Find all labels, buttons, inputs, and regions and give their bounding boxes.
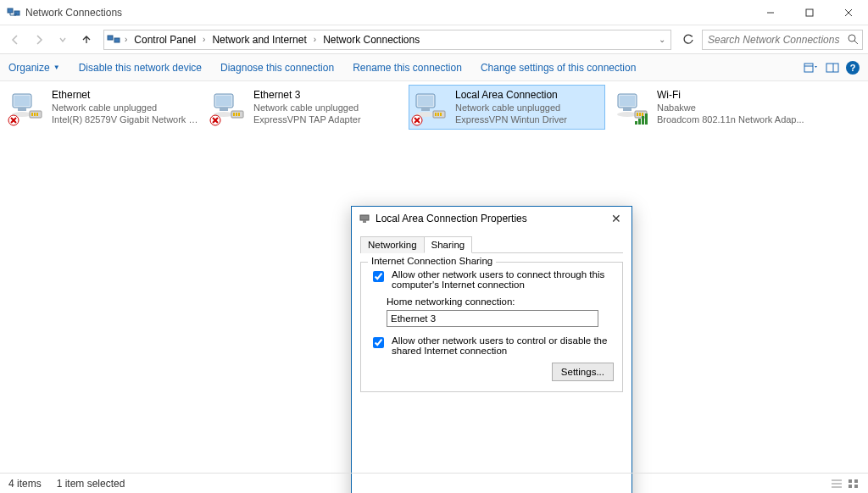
help-icon[interactable]: ?: [846, 61, 860, 75]
window-maximize-button[interactable]: [790, 0, 829, 25]
chevron-right-icon[interactable]: ›: [201, 35, 207, 44]
svg-rect-16: [18, 108, 26, 111]
svg-rect-12: [826, 64, 838, 72]
search-input[interactable]: [706, 33, 848, 47]
allow-connect-label: Allow other network users to connect thr…: [392, 269, 614, 290]
connection-device: ExpressVPN Wintun Driver: [455, 114, 567, 125]
internet-connection-sharing-group: Internet Connection Sharing Allow other …: [360, 262, 623, 392]
connection-device: Intel(R) 82579V Gigabit Network C...: [52, 114, 203, 125]
connection-name: Ethernet: [52, 89, 203, 102]
svg-rect-1: [14, 11, 19, 15]
allow-connect-checkbox[interactable]: [373, 271, 384, 282]
svg-rect-10: [804, 64, 813, 72]
breadcrumb-item[interactable]: Control Panel: [131, 32, 199, 47]
address-breadcrumb[interactable]: › Control Panel › Network and Internet ›…: [103, 30, 671, 50]
svg-rect-62: [849, 485, 852, 488]
svg-rect-56: [363, 220, 366, 223]
window-title: Network Connections: [25, 7, 751, 19]
svg-rect-42: [437, 113, 439, 116]
svg-rect-0: [8, 8, 13, 13]
svg-line-9: [854, 41, 858, 44]
up-button[interactable]: [76, 30, 97, 50]
breadcrumb-item[interactable]: Network Connections: [320, 32, 423, 47]
svg-rect-27: [220, 108, 228, 111]
allow-control-checkbox[interactable]: [373, 337, 384, 348]
svg-rect-60: [849, 479, 852, 483]
adapter-icon: [615, 89, 650, 125]
svg-rect-19: [31, 113, 33, 116]
back-button[interactable]: [5, 30, 25, 50]
connection-item[interactable]: EthernetNetwork cable unpluggedIntel(R) …: [5, 85, 202, 130]
preview-pane-button[interactable]: [826, 62, 839, 74]
connection-status: Network cable unplugged: [455, 102, 567, 114]
allow-connect-checkbox-row[interactable]: Allow other network users to connect thr…: [370, 269, 614, 290]
dialog-close-button[interactable]: ✕: [608, 210, 625, 227]
svg-rect-6: [108, 36, 113, 40]
wifi-signal-icon: [635, 114, 648, 125]
settings-button[interactable]: Settings...: [552, 363, 614, 381]
organize-menu[interactable]: Organize▼: [8, 62, 60, 74]
navigation-bar: › Control Panel › Network and Internet ›…: [0, 25, 868, 54]
refresh-button[interactable]: [678, 30, 698, 50]
svg-rect-20: [34, 113, 36, 116]
svg-rect-41: [435, 113, 437, 116]
svg-rect-43: [440, 113, 442, 116]
window-titlebar: Network Connections: [0, 0, 868, 25]
svg-rect-32: [238, 113, 240, 116]
home-networking-label: Home networking connection:: [387, 296, 614, 307]
connection-item[interactable]: Ethernet 3Network cable unpluggedExpress…: [207, 85, 403, 130]
adapter-icon: [211, 89, 247, 125]
window-minimize-button[interactable]: [751, 0, 790, 25]
adapter-icon: [413, 89, 448, 125]
rename-command[interactable]: Rename this connection: [353, 62, 462, 74]
change-settings-command[interactable]: Change settings of this connection: [481, 62, 636, 74]
svg-rect-55: [360, 215, 369, 220]
svg-rect-63: [854, 485, 858, 488]
search-icon[interactable]: [848, 34, 859, 45]
svg-rect-37: [418, 96, 433, 106]
unplugged-x-icon: [411, 114, 423, 126]
breadcrumb-item[interactable]: Network and Internet: [209, 32, 309, 47]
dialog-title: Local Area Connection Properties: [376, 213, 603, 224]
large-icons-view-icon[interactable]: [848, 479, 860, 489]
command-bar: Organize▼ Disable this network device Di…: [0, 54, 868, 81]
recent-locations-dropdown[interactable]: [53, 30, 73, 50]
svg-rect-61: [854, 479, 858, 483]
allow-control-label: Allow other network users to control or …: [392, 335, 614, 356]
connection-item[interactable]: Wi-FiNabakweBroadcom 802.11n Network Ada…: [610, 85, 807, 130]
tab-networking[interactable]: Networking: [360, 236, 425, 253]
connection-name: Ethernet 3: [253, 89, 361, 102]
svg-rect-7: [114, 38, 120, 42]
connection-status: Network cable unplugged: [52, 102, 203, 114]
svg-rect-21: [36, 113, 38, 116]
disable-device-command[interactable]: Disable this network device: [79, 62, 202, 74]
connection-device: Broadcom 802.11n Network Adap...: [657, 114, 804, 125]
svg-rect-38: [421, 108, 430, 111]
search-box[interactable]: [702, 30, 863, 50]
chevron-right-icon[interactable]: ›: [312, 35, 318, 44]
chevron-down-icon[interactable]: ⌄: [655, 35, 669, 44]
home-networking-combobox[interactable]: Ethernet 3: [387, 310, 598, 327]
dialog-titlebar: Local Area Connection Properties ✕: [352, 207, 632, 230]
connection-device: ExpressVPN TAP Adapter: [253, 114, 361, 125]
view-options-button[interactable]: [804, 62, 819, 74]
details-view-icon[interactable]: [831, 479, 843, 489]
allow-control-checkbox-row[interactable]: Allow other network users to control or …: [370, 335, 614, 356]
forward-button[interactable]: [29, 30, 49, 50]
svg-rect-26: [216, 96, 231, 106]
svg-rect-31: [236, 113, 237, 116]
status-bar: 4 items 1 item selected: [0, 473, 868, 493]
svg-rect-3: [806, 9, 813, 16]
connections-view: EthernetNetwork cable unpluggedIntel(R) …: [0, 81, 868, 473]
adapter-icon: [359, 213, 370, 224]
tab-sharing[interactable]: Sharing: [424, 236, 473, 253]
window-close-button[interactable]: [829, 0, 868, 25]
svg-rect-48: [620, 96, 635, 106]
unplugged-x-icon: [8, 114, 19, 126]
svg-rect-30: [233, 113, 235, 116]
diagnose-command[interactable]: Diagnose this connection: [220, 62, 334, 74]
group-title: Internet Connection Sharing: [368, 256, 496, 266]
svg-rect-15: [14, 96, 30, 106]
connection-item[interactable]: Local Area ConnectionNetwork cable unplu…: [409, 85, 605, 130]
chevron-right-icon[interactable]: ›: [123, 35, 129, 44]
